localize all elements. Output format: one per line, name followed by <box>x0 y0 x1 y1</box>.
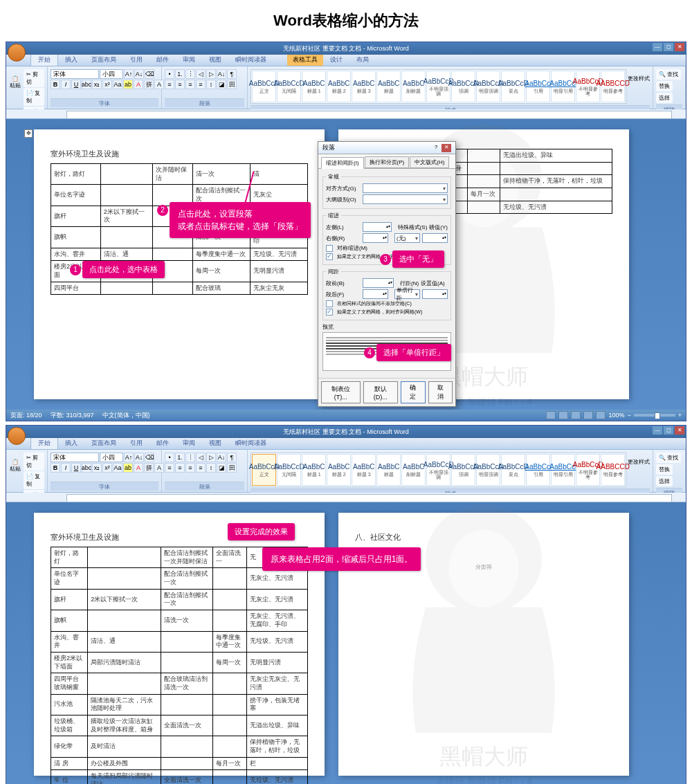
page-indicator[interactable]: 页面: 18/20 <box>10 411 42 420</box>
table-row[interactable]: 清 房办公楼及外围每月一次栏 <box>51 757 308 770</box>
ok-button[interactable]: 确定 <box>401 381 426 403</box>
sort-icon[interactable]: A↓ <box>217 69 226 79</box>
italic-icon[interactable]: I <box>61 80 71 89</box>
style-item[interactable]: AaBbC标题 3 <box>352 454 376 486</box>
tab-insert[interactable]: 插入 <box>58 54 84 66</box>
font-name-select[interactable]: 宋体 <box>51 69 99 79</box>
borders-icon[interactable]: 田 <box>227 80 237 89</box>
table-row[interactable]: 水沟、窨井清洁、通每季度集中通一次无垃圾、无污渍 <box>51 631 308 652</box>
style-item[interactable]: AaBbCcD明显强调 <box>476 454 500 486</box>
line-spacing-icon[interactable]: ↕ <box>206 80 216 89</box>
tab-layout[interactable]: 页面布局 <box>84 437 123 449</box>
style-item[interactable]: AaBbCcl引用 <box>526 71 550 102</box>
tab-home[interactable]: 开始 <box>30 437 58 449</box>
indent-left-icon[interactable]: ◁ <box>196 69 206 79</box>
indent-right-input[interactable] <box>363 233 388 243</box>
table-row[interactable]: 水沟、窨井清洁、通每季度集中通一次无垃圾、无污渍 <box>51 248 308 261</box>
maximize-button[interactable]: ◻ <box>664 426 673 435</box>
style-item[interactable]: AaBbCcl引用 <box>526 454 550 486</box>
line-spacing-select[interactable]: 单倍行距 <box>394 289 420 299</box>
tab-reader[interactable]: 瞬时阅读器 <box>228 54 273 66</box>
change-styles-button[interactable]: 更改样式 <box>628 75 650 82</box>
style-item[interactable]: AaBbCcD要点 <box>501 71 525 102</box>
outline-select[interactable] <box>363 194 448 204</box>
strike-icon[interactable]: abc <box>82 80 91 89</box>
justify-icon[interactable]: ≡ <box>196 80 206 89</box>
tab-design[interactable]: 设计 <box>323 54 349 66</box>
style-item[interactable]: AaBbC标题 3 <box>352 71 376 102</box>
auto-adjust-checkbox[interactable] <box>326 253 333 260</box>
replace-button[interactable]: 替换 <box>656 81 673 91</box>
style-item[interactable]: AABBCCD明显参考 <box>601 71 625 102</box>
mirror-checkbox[interactable] <box>326 245 333 252</box>
style-item[interactable]: AABBCCD明显参考 <box>601 454 625 486</box>
maximize-button[interactable]: ◻ <box>664 43 673 51</box>
tab-insert[interactable]: 插入 <box>58 437 84 449</box>
doc-table-2[interactable]: 射灯，路灯配合清洁剂擦拭一次并随时保洁全面清洗一无单位名字迹配合清洁剂擦拭一次无… <box>51 547 308 784</box>
font-name-select[interactable]: 宋体 <box>51 453 99 462</box>
tab-references[interactable]: 引用 <box>123 54 149 66</box>
style-item[interactable]: AaBbC标题 2 <box>327 71 351 102</box>
superscript-icon[interactable]: x² <box>102 80 112 89</box>
dialog-titlebar[interactable]: 段落 ?✕ <box>318 142 455 154</box>
table-row[interactable]: 旗帜清洗一次无灰尘、无污渍、无腐印、手印 <box>51 610 308 631</box>
style-item[interactable]: AaBbCcl明显引用 <box>551 71 575 102</box>
dialog-help-icon[interactable]: ? <box>431 144 441 152</box>
tab-table-layout[interactable]: 布局 <box>349 54 376 66</box>
minimize-button[interactable]: — <box>653 426 662 435</box>
snap-grid-checkbox[interactable] <box>326 309 333 316</box>
view-web-icon[interactable] <box>571 411 581 419</box>
table-row[interactable]: 四周平台配合玻璃无灰尘无灰 <box>51 282 308 295</box>
special-by-input[interactable] <box>422 233 448 243</box>
shading-icon[interactable]: ◪ <box>217 80 226 89</box>
dialog-close-icon[interactable]: ✕ <box>441 144 451 152</box>
zoom-slider[interactable] <box>634 414 675 417</box>
style-item[interactable]: AaBbC标题 2 <box>327 454 351 486</box>
table-row[interactable]: 车 位每天清扫局部污渍随时清洁全面清洗一次无垃圾、无污渍 <box>51 770 308 784</box>
style-item[interactable]: AaBbC标题 <box>376 454 401 486</box>
special-indent-select[interactable]: (无) <box>394 233 420 243</box>
bold-icon[interactable]: B <box>51 80 60 89</box>
style-item[interactable]: AaBbC标题 1 <box>302 454 326 486</box>
close-button[interactable]: ✕ <box>675 426 684 435</box>
table-row[interactable]: 垃圾桶、垃圾箱摘取垃圾一次清洁灰缸及时整理体程度、箱身全面清洗一次无溢出垃圾、异… <box>51 715 308 736</box>
indent-left-input[interactable] <box>363 222 392 232</box>
tab-view[interactable]: 视图 <box>202 437 228 449</box>
tab-review[interactable]: 审阅 <box>176 54 202 66</box>
highlight-icon[interactable]: ab <box>123 80 133 89</box>
word-count[interactable]: 字数: 310/3,997 <box>51 411 94 420</box>
shrink-font-icon[interactable]: A↓ <box>134 69 144 79</box>
indent-right-icon[interactable]: ▷ <box>206 69 216 79</box>
view-print-icon[interactable] <box>546 411 556 419</box>
ruler[interactable] <box>6 109 686 119</box>
alignment-select[interactable] <box>363 183 448 193</box>
tab-mail[interactable]: 邮件 <box>149 437 176 449</box>
align-right-icon[interactable]: ≡ <box>185 80 195 89</box>
dialog-tab-linebreak[interactable]: 换行和分页(P) <box>365 156 410 168</box>
close-button[interactable]: ✕ <box>675 43 684 51</box>
dialog-tab-indent[interactable]: 缩进和间距(I) <box>321 157 364 169</box>
table-row[interactable]: 单位名字迹配合清洁剂擦拭一次无灰尘、无污渍 <box>51 568 308 589</box>
align-center-icon[interactable]: ≡ <box>175 80 185 89</box>
font-size-select[interactable]: 小四 <box>100 453 123 462</box>
cancel-button[interactable]: 取消 <box>428 381 453 403</box>
style-item[interactable]: AaBbCcD无间隔 <box>277 71 301 102</box>
table-row[interactable]: 污水池隔渣池每天二次，污水池随时处理捞干净，包装无堵塞 <box>51 694 308 715</box>
tab-reader[interactable]: 瞬时阅读器 <box>228 437 273 449</box>
space-after-input[interactable] <box>363 289 388 299</box>
office-button[interactable] <box>8 427 26 445</box>
font-size-select[interactable]: 小四 <box>100 69 123 79</box>
paste-button[interactable]: 📋粘贴 <box>9 69 22 95</box>
style-item[interactable]: AaBbCcD不明显强调 <box>426 454 450 486</box>
style-item[interactable]: AaBbC副标题 <box>401 454 426 486</box>
style-item[interactable]: AaBbCcD强调 <box>451 454 475 486</box>
spacing-at-input[interactable] <box>422 289 448 299</box>
space-before-input[interactable] <box>363 278 394 288</box>
select-button[interactable]: 选择 <box>656 93 673 103</box>
style-item[interactable]: AaBbCcD不明显强调 <box>426 71 450 102</box>
copy-button[interactable]: 📄 复制 <box>24 471 44 489</box>
tab-home[interactable]: 开始 <box>30 53 58 66</box>
phonetic-icon[interactable]: 拼 <box>144 80 154 89</box>
underline-icon[interactable]: U <box>71 80 81 89</box>
paste-button[interactable]: 📋粘贴 <box>9 453 22 479</box>
